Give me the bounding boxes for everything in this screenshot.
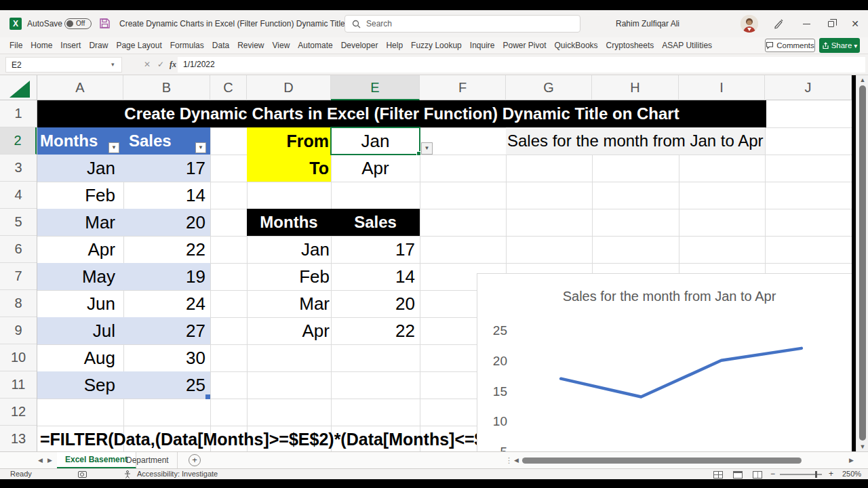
zoom-in-button[interactable]: + <box>829 469 833 479</box>
table-row[interactable]: Jul 27 <box>37 317 210 344</box>
accessibility-status[interactable]: Accessibility: Investigate <box>137 469 218 479</box>
name-box-dropdown-icon[interactable]: ▾ <box>111 57 115 73</box>
search-input[interactable]: Search <box>344 15 580 33</box>
sales-cell[interactable]: 14 <box>123 182 210 209</box>
ink-editor-icon[interactable] <box>773 18 784 29</box>
from-label-cell[interactable]: From <box>247 127 331 155</box>
zoom-level[interactable]: 250% <box>842 469 861 479</box>
ribbon-tab[interactable]: Draw <box>85 37 112 54</box>
column-header-D[interactable]: D <box>247 75 331 100</box>
month-cell[interactable]: Mar <box>37 209 123 236</box>
table-row[interactable]: Aug 30 <box>37 344 210 371</box>
table-row[interactable]: Sep 25 <box>37 371 210 399</box>
row-header-3[interactable]: 3 <box>0 155 37 182</box>
avatar[interactable] <box>741 15 758 33</box>
zoom-slider-thumb[interactable] <box>815 471 817 478</box>
vertical-scrollbar-thumb[interactable] <box>859 85 866 441</box>
column-header-I[interactable]: I <box>679 75 765 100</box>
formula-input[interactable]: 1/1/2022 <box>178 57 865 73</box>
enter-icon[interactable]: ✓ <box>157 57 164 73</box>
month-cell[interactable]: Jan <box>247 236 331 263</box>
month-cell[interactable]: Jul <box>37 317 123 344</box>
ribbon-tab[interactable]: File <box>5 37 26 54</box>
sales-cell[interactable]: 22 <box>331 317 420 344</box>
row-header-4[interactable]: 4 <box>0 182 37 209</box>
name-box[interactable]: E2 <box>5 57 122 73</box>
row-header-7[interactable]: 7 <box>0 263 37 290</box>
filter-button-months[interactable]: ▼ <box>108 142 119 153</box>
table-row[interactable]: Jan 17 <box>247 236 420 263</box>
sheet-grid[interactable]: Create Dynamic Charts in Excel (Filter F… <box>37 100 852 451</box>
month-cell[interactable]: Jan <box>37 155 123 182</box>
row-header-8[interactable]: 8 <box>0 290 37 317</box>
row-header-11[interactable]: 11 <box>0 371 37 399</box>
column-header-E[interactable]: E <box>331 75 420 100</box>
chart[interactable]: Sales for the month from Jan to Apr 0510… <box>477 273 852 451</box>
ribbon-tab[interactable]: Page Layout <box>112 37 165 54</box>
save-button[interactable] <box>99 18 111 29</box>
table-row[interactable]: Jan 17 <box>37 155 210 182</box>
column-header-B[interactable]: B <box>123 75 210 100</box>
ribbon-tab[interactable]: Formulas <box>166 37 208 54</box>
cancel-icon[interactable]: ✕ <box>144 57 151 73</box>
sales-cell[interactable]: 14 <box>331 263 420 290</box>
hscroll-left-icon[interactable]: ◀ <box>514 452 519 469</box>
view-normal-button[interactable] <box>713 471 723 479</box>
column-header-G[interactable]: G <box>506 75 592 100</box>
month-cell[interactable]: Feb <box>37 182 123 209</box>
row-header-13[interactable]: 13 <box>0 426 37 453</box>
table-row[interactable]: Apr 22 <box>247 317 420 344</box>
row-header-6[interactable]: 6 <box>0 236 37 263</box>
ribbon-tab[interactable]: Insert <box>56 37 85 54</box>
zoom-slider[interactable] <box>780 474 822 475</box>
table-row[interactable]: May 19 <box>37 263 210 290</box>
minimize-button[interactable] <box>795 10 818 37</box>
ribbon-tab[interactable]: Data <box>208 37 233 54</box>
to-label-cell[interactable]: To <box>247 155 331 182</box>
add-sheet-button[interactable]: + <box>189 454 201 466</box>
month-cell[interactable]: Apr <box>37 236 123 263</box>
sheet-tab-department[interactable]: Department <box>118 452 178 468</box>
month-cell[interactable]: May <box>37 263 123 290</box>
ribbon-tab[interactable]: View <box>269 37 294 54</box>
sales-cell[interactable]: 24 <box>123 290 210 317</box>
fill-handle[interactable] <box>416 151 421 156</box>
sales-cell[interactable]: 19 <box>123 263 210 290</box>
vertical-scrollbar[interactable]: ▲ ▼ <box>856 75 868 451</box>
row-header-5[interactable]: 5 <box>0 209 37 236</box>
share-button[interactable]: Share ▾ <box>819 38 860 53</box>
ribbon-tab[interactable]: Review <box>233 37 268 54</box>
sales-cell[interactable]: 20 <box>331 290 420 317</box>
close-button[interactable]: ✕ <box>844 10 867 37</box>
ribbon-tab[interactable]: Developer <box>337 37 382 54</box>
insert-function-icon[interactable]: fx <box>170 57 176 73</box>
row-header-1[interactable]: 1 <box>0 100 37 127</box>
view-page-break-button[interactable] <box>753 471 762 479</box>
hscroll-right-icon[interactable]: ▶ <box>849 452 854 469</box>
to-value-cell[interactable]: Apr <box>331 155 420 182</box>
sales-cell[interactable]: 27 <box>123 317 210 344</box>
scroll-down-icon[interactable]: ▼ <box>856 443 868 450</box>
ribbon-tab[interactable]: Help <box>382 37 407 54</box>
filter-button-sales[interactable]: ▼ <box>195 142 206 153</box>
ribbon-tab[interactable]: Cryptosheets <box>602 37 658 54</box>
table-row[interactable]: Apr 22 <box>37 236 210 263</box>
sales-cell[interactable]: 30 <box>123 344 210 371</box>
ribbon-tab[interactable]: Fuzzy Lookup <box>407 37 466 54</box>
macro-record-icon[interactable] <box>78 471 87 478</box>
table-row[interactable]: Mar 20 <box>37 209 210 236</box>
row-header-2[interactable]: 2 <box>0 127 37 155</box>
column-header-H[interactable]: H <box>592 75 679 100</box>
sales-cell[interactable]: 17 <box>331 236 420 263</box>
month-cell[interactable]: Feb <box>247 263 331 290</box>
column-header-C[interactable]: C <box>210 75 247 100</box>
ribbon-tab[interactable]: Power Pivot <box>499 37 551 54</box>
month-cell[interactable]: Mar <box>247 290 331 317</box>
user-name[interactable]: Rahim Zulfiqar Ali <box>616 10 679 37</box>
validation-dropdown-button[interactable]: ▼ <box>421 142 433 155</box>
column-header-F[interactable]: F <box>420 75 506 100</box>
table-resize-handle[interactable] <box>205 394 210 399</box>
sales-cell[interactable]: 22 <box>123 236 210 263</box>
view-page-layout-button[interactable] <box>733 471 743 479</box>
tab-nav-left-icon[interactable]: ◀ <box>38 452 43 469</box>
